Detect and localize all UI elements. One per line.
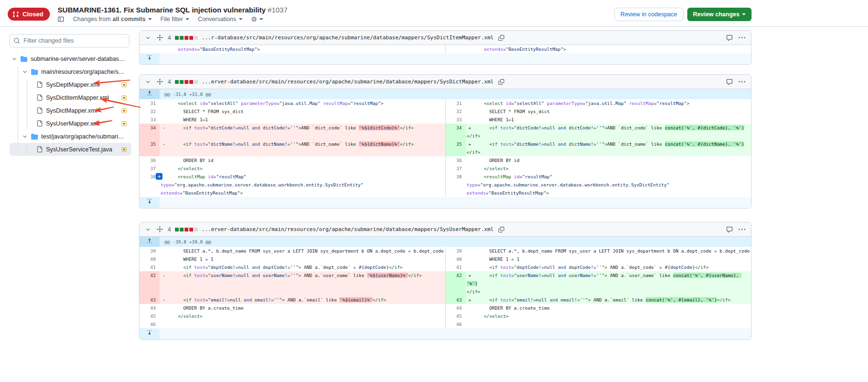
code-line: - <if test="dictCode!=null and dictCode!… xyxy=(160,124,445,140)
collapse-file-button[interactable] xyxy=(144,226,152,233)
file-comment-button[interactable] xyxy=(725,34,734,42)
line-number[interactable]: 36 xyxy=(139,156,160,164)
expand-row xyxy=(139,53,751,64)
tree-folder-row[interactable]: main/resources/org/apache/subm... xyxy=(10,65,131,78)
code-line: WHERE 1=1 xyxy=(466,116,752,124)
code-line: extends="BaseEntityResultMap"> xyxy=(466,45,752,53)
expand-lines-button[interactable] xyxy=(139,53,160,64)
file-icon xyxy=(36,120,43,127)
line-number[interactable]: 43 xyxy=(445,296,466,304)
tree-file-row[interactable]: SysUserServiceTest.java xyxy=(10,143,131,156)
tree-folder-row[interactable]: test/java/org/apache/submarine/s... xyxy=(10,130,131,143)
line-number[interactable]: 31 xyxy=(445,99,466,107)
line-number[interactable]: 44 xyxy=(139,304,160,312)
tree-file-row[interactable]: SysDeptMapper.xml xyxy=(10,78,131,91)
copy-path-button[interactable] xyxy=(498,226,505,233)
diff-body: @@ -39,8 +39,8 @@39 SELECT a.*, b.dept_n… xyxy=(139,237,751,339)
review-in-codespace-button[interactable]: Review in codespace xyxy=(614,8,683,21)
tree-file-row[interactable]: SysUserMapper.xml xyxy=(10,117,131,130)
expand-row xyxy=(139,328,751,339)
diffstat xyxy=(175,80,198,84)
modified-file-icon xyxy=(122,82,127,87)
file-filter-dropdown[interactable]: File filter xyxy=(161,16,189,23)
line-number[interactable]: 34 xyxy=(139,124,160,140)
expand-lines-button[interactable] xyxy=(139,328,160,339)
line-number[interactable]: 37 xyxy=(139,164,160,173)
collapse-file-button[interactable] xyxy=(144,34,152,42)
line-number[interactable]: 31 xyxy=(139,99,160,107)
file-comment-button[interactable] xyxy=(725,225,734,234)
tree-file-row[interactable]: SysDictMapper.xml xyxy=(10,104,131,117)
expand-lines-button[interactable] xyxy=(139,197,160,208)
drag-handle-icon[interactable] xyxy=(156,78,164,86)
line-number[interactable]: 33 xyxy=(139,116,160,124)
line-number[interactable]: 45 xyxy=(445,312,466,320)
drag-handle-icon[interactable] xyxy=(156,34,164,42)
line-number[interactable] xyxy=(139,45,160,53)
copy-path-button[interactable] xyxy=(498,34,505,42)
chevron-down-icon xyxy=(259,18,263,20)
code-line: - <if test="userName!=null and userName!… xyxy=(160,271,445,296)
expand-hunk-button[interactable] xyxy=(139,237,160,247)
line-number[interactable]: 46 xyxy=(139,320,160,328)
line-number[interactable]: 35 xyxy=(139,140,160,156)
chevron-down-icon xyxy=(239,18,243,20)
collapse-file-button[interactable] xyxy=(144,78,152,86)
line-number[interactable]: 39 xyxy=(139,247,160,255)
line-number[interactable]: 45 xyxy=(139,312,160,320)
code-line xyxy=(466,320,752,328)
conversations-dropdown[interactable]: Conversations xyxy=(198,16,243,23)
diff-settings-dropdown[interactable]: ⚙ xyxy=(251,16,264,23)
changes-from-dropdown[interactable]: Changes fromall commits xyxy=(73,16,151,23)
diff-row: 38+ <resultMap id="resultMap" type="org.… xyxy=(139,173,751,197)
line-number[interactable]: 39 xyxy=(445,247,466,255)
copy-path-button[interactable] xyxy=(498,78,505,86)
file-icon xyxy=(36,81,43,88)
code-line: <select id="selectAll" parameterType="ja… xyxy=(160,99,445,107)
line-number[interactable]: 40 xyxy=(139,255,160,263)
line-number[interactable]: 44 xyxy=(445,304,466,312)
line-number[interactable]: 37 xyxy=(445,164,466,173)
file-icon xyxy=(36,94,43,101)
line-number[interactable]: 41 xyxy=(139,263,160,271)
line-number[interactable]: 35 xyxy=(445,140,466,156)
line-number[interactable]: 33 xyxy=(445,116,466,124)
code-line: </select> xyxy=(466,312,752,320)
line-number[interactable]: 42 xyxy=(139,271,160,296)
line-number[interactable]: 38 xyxy=(445,173,466,197)
code-line: </select> xyxy=(160,312,445,320)
changed-lines-count: 4 xyxy=(168,35,171,41)
line-number[interactable]: 42 xyxy=(445,271,466,296)
line-number[interactable]: 34 xyxy=(445,124,466,140)
file-filter-input[interactable] xyxy=(10,34,129,47)
review-changes-button[interactable]: Review changes xyxy=(687,8,752,21)
code-line: SELECT a.*, b.dept_name FROM sys_user a … xyxy=(466,247,752,255)
tree-folder-row[interactable]: submarine-server/server-database/... xyxy=(10,52,131,65)
line-number[interactable] xyxy=(445,45,466,53)
line-number[interactable]: 32 xyxy=(139,107,160,116)
file-options-kebab[interactable] xyxy=(738,34,746,42)
pr-header: Closed SUBMARINE-1361. Fix Submarine SQL… xyxy=(0,0,868,27)
expand-hunk-button[interactable] xyxy=(139,89,160,99)
line-number[interactable]: 46 xyxy=(445,320,466,328)
file-options-kebab[interactable] xyxy=(738,225,746,234)
tree-file-row[interactable]: SysDictItemMapper.xml xyxy=(10,91,131,104)
folder-icon xyxy=(31,133,38,140)
expand-strip xyxy=(160,53,751,64)
file-diff-panel: 4...erver-database/src/main/resources/or… xyxy=(139,74,752,208)
line-number[interactable]: 36 xyxy=(445,156,466,164)
line-number[interactable]: 43 xyxy=(139,296,160,304)
line-number[interactable]: 32 xyxy=(445,107,466,116)
line-number[interactable]: 41 xyxy=(445,263,466,271)
search-icon xyxy=(13,37,20,46)
file-comment-button[interactable] xyxy=(725,78,734,86)
tree-label: SysDeptMapper.xml xyxy=(46,81,100,88)
add-line-comment-button[interactable]: + xyxy=(156,173,162,180)
line-number[interactable]: 40 xyxy=(445,255,466,263)
drag-handle-icon[interactable] xyxy=(156,225,164,233)
diff-row: 46 46 xyxy=(139,320,751,328)
sidebar-toggle-button[interactable] xyxy=(58,16,64,23)
file-options-kebab[interactable] xyxy=(738,78,746,86)
code-line: <if test="deptCode!=null and deptCode!='… xyxy=(160,263,445,271)
hunk-row: @@ -31,8 +31,8 @@ xyxy=(139,89,751,99)
